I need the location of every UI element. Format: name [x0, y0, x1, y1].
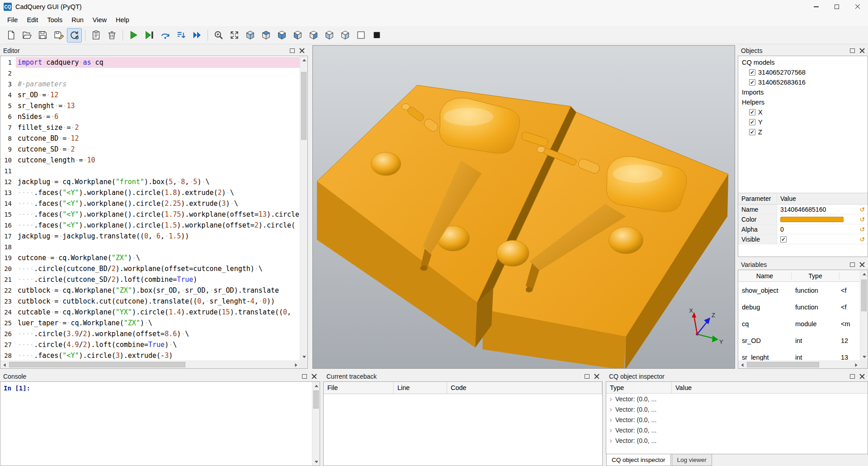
new-file-button[interactable] [4, 28, 19, 43]
code-line[interactable]: 22cutblock·=·cq.Workplane("ZX").box(sr_O… [0, 285, 300, 296]
code-line[interactable]: 4sr_OD·=·12 [0, 90, 300, 100]
viewport-3d[interactable]: X Z Y [312, 45, 735, 369]
float-panel-icon[interactable] [850, 262, 855, 267]
color-swatch[interactable] [780, 217, 844, 222]
scroll-down-icon[interactable] [300, 353, 308, 361]
code-line[interactable]: 13····.faces("<Y").workplane().circle(1.… [0, 187, 300, 198]
code-line[interactable]: 9cutcone_SD·=·2 [0, 144, 300, 155]
scroll-up-icon[interactable] [300, 56, 308, 64]
iso-view-button[interactable] [243, 28, 258, 43]
property-value[interactable] [777, 217, 857, 222]
inspector-header-type[interactable]: Type [606, 382, 672, 393]
inspector-row[interactable]: ›Vector: (0.0, ... [606, 404, 868, 414]
code-line[interactable]: 3#·parameters [0, 79, 300, 90]
close-panel-icon[interactable] [311, 374, 317, 379]
scroll-left-icon[interactable] [738, 361, 746, 369]
menu-edit[interactable]: Edit [22, 14, 42, 25]
scroll-up-icon[interactable] [312, 382, 320, 390]
variable-row[interactable]: cqmodule<m [738, 315, 860, 332]
float-panel-icon[interactable] [290, 48, 295, 53]
expand-icon[interactable]: › [606, 437, 615, 444]
property-value[interactable] [777, 236, 857, 243]
front-view-button[interactable] [290, 28, 305, 43]
checkbox[interactable] [749, 119, 755, 125]
checkbox[interactable] [780, 236, 787, 243]
top-view-button[interactable] [259, 28, 274, 43]
scroll-down-icon[interactable] [860, 353, 868, 361]
code-line[interactable]: 26····.circle(3.9/2).workplane(offset=8.… [0, 328, 300, 339]
code-line[interactable]: 6nSides·=·6 [0, 111, 300, 122]
code-line[interactable]: 21····.circle(cutcone_SD/2).loft(combine… [0, 274, 300, 285]
editor-vertical-scrollbar[interactable] [300, 56, 307, 361]
float-panel-icon[interactable] [850, 48, 855, 53]
code-line[interactable]: 27····.circle(4.9/2).loft(combine=True)·… [0, 339, 300, 350]
shaded-toggle-button[interactable] [369, 28, 384, 43]
code-line[interactable]: 25luer_taper·=·cq.Workplane("ZX")·\ [0, 318, 300, 328]
close-window-button[interactable] [847, 0, 868, 14]
scroll-thumb[interactable] [301, 72, 307, 140]
render-button[interactable] [126, 28, 141, 43]
scroll-thumb[interactable] [747, 362, 819, 367]
reset-icon[interactable]: ↺ [857, 226, 868, 233]
inspector-header-value[interactable]: Value [672, 384, 868, 391]
code-line[interactable]: 16····.faces("<Y").workplane().circle(1.… [0, 220, 300, 231]
variable-row[interactable]: show_objectfunction<f [738, 282, 860, 299]
tab-log-viewer[interactable]: Log viewer [672, 454, 712, 466]
expand-icon[interactable]: › [606, 416, 615, 423]
code-line[interactable]: 15····.faces("<Y").workplane().circle(1.… [0, 209, 300, 220]
traceback-header-file[interactable]: File [324, 382, 394, 394]
menu-run[interactable]: Run [67, 14, 88, 25]
inspector-row[interactable]: ›Vector: (0.0, ... [606, 414, 868, 425]
inspector-row[interactable]: ›Vector: (0.0, ... [606, 394, 868, 404]
code-line[interactable]: 17jackplug·=·jackplug.translate((0,·6,·1… [0, 231, 300, 242]
wireframe-toggle-button[interactable] [354, 28, 368, 43]
code-line[interactable]: 23cutblock·=·cutblock.cut(cutcone).trans… [0, 296, 300, 307]
menu-help[interactable]: Help [111, 14, 134, 25]
float-panel-icon[interactable] [585, 374, 590, 379]
code-line[interactable]: 7fillet_size·=·2 [0, 122, 300, 133]
delete-button[interactable] [104, 28, 119, 43]
search-button[interactable] [211, 28, 226, 43]
variables-horizontal-scrollbar[interactable] [738, 361, 860, 368]
tree-item[interactable]: Imports [738, 87, 868, 97]
menu-tools[interactable]: Tools [42, 14, 67, 25]
expand-icon[interactable]: › [606, 426, 615, 434]
editor-horizontal-scrollbar[interactable] [0, 361, 300, 368]
checkbox[interactable] [749, 129, 755, 135]
scroll-thumb[interactable] [861, 280, 867, 311]
back-view-button[interactable] [306, 28, 321, 43]
close-panel-icon[interactable] [859, 374, 865, 379]
checkbox[interactable] [749, 79, 755, 86]
tree-item[interactable]: 3140652683616 [738, 77, 868, 87]
tree-item[interactable]: 3140652707568 [738, 67, 868, 77]
scroll-down-icon[interactable] [312, 458, 320, 466]
checkbox[interactable] [749, 109, 755, 115]
checkbox[interactable] [749, 69, 755, 76]
tab-cq-object-inspector[interactable]: CQ object inspector [606, 454, 671, 466]
autoreload-toggle-button[interactable] [67, 28, 82, 43]
traceback-header-line[interactable]: Line [394, 382, 447, 394]
step-next-button[interactable] [174, 28, 189, 43]
float-panel-icon[interactable] [302, 374, 307, 379]
tree-item[interactable]: Z [738, 127, 868, 137]
scroll-left-icon[interactable] [0, 361, 8, 369]
code-line[interactable]: 24cutcable·=·cq.Workplane("YX").circle(1… [0, 307, 300, 318]
tree-item[interactable]: X [738, 107, 868, 117]
code-line[interactable]: 2 [0, 68, 300, 79]
cad-scene[interactable]: X Z Y [313, 46, 735, 368]
tree-item[interactable]: Y [738, 117, 868, 127]
close-panel-icon[interactable] [594, 374, 599, 379]
variable-row[interactable]: sr_ODint12 [738, 332, 860, 349]
expand-icon[interactable]: › [606, 395, 615, 403]
left-view-button[interactable] [322, 28, 337, 43]
continue-button[interactable] [189, 28, 204, 43]
code-line[interactable]: 14····.faces("<Y").workplane().circle(2.… [0, 198, 300, 209]
open-file-button[interactable] [19, 28, 34, 43]
code-line[interactable]: 20····.circle(cutcone_BD/2).workplane(of… [0, 263, 300, 274]
minimize-button[interactable] [806, 0, 826, 14]
close-panel-icon[interactable] [859, 262, 865, 267]
fit-view-button[interactable] [227, 28, 242, 43]
code-line[interactable]: 8cutcone_BD·=·12 [0, 133, 300, 144]
menu-view[interactable]: View [88, 14, 111, 25]
reset-icon[interactable]: ↺ [857, 206, 868, 213]
